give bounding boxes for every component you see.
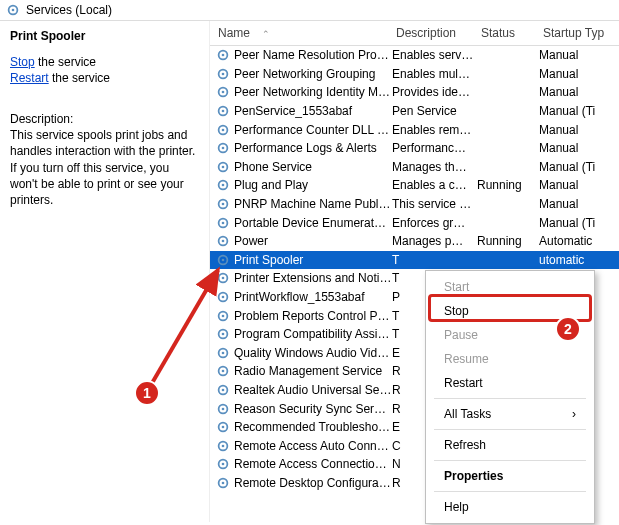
service-icon [216, 402, 230, 416]
cell-name: Remote Access Connection… [234, 457, 392, 471]
cell-startup: Manual [539, 85, 619, 99]
service-row[interactable]: Print SpoolerTutomatic [210, 251, 619, 270]
svg-point-31 [222, 314, 225, 317]
service-row[interactable]: Performance Logs & AlertsPerformanc…Manu… [210, 139, 619, 158]
description-text: This service spools print jobs and handl… [10, 127, 199, 208]
cell-startup: Manual [539, 123, 619, 137]
svg-point-47 [222, 463, 225, 466]
svg-point-5 [222, 73, 225, 76]
service-icon [216, 290, 230, 304]
cell-startup: Manual [539, 48, 619, 62]
cell-description: Enforces gr… [392, 216, 477, 230]
svg-point-39 [222, 389, 225, 392]
column-headers: Name⌃ Description Status Startup Typ [210, 21, 619, 46]
service-icon [216, 476, 230, 490]
svg-point-45 [222, 444, 225, 447]
svg-point-27 [222, 277, 225, 280]
cell-name: Program Compatibility Assi… [234, 327, 392, 341]
cell-name: Peer Networking Identity M… [234, 85, 392, 99]
service-icon [216, 457, 230, 471]
cell-name: Printer Extensions and Notif… [234, 271, 392, 285]
service-icon [216, 67, 230, 81]
service-row[interactable]: PowerManages p…RunningAutomatic [210, 232, 619, 251]
cell-description: Enables a c… [392, 178, 477, 192]
cell-name: Realtek Audio Universal Se… [234, 383, 392, 397]
col-startup[interactable]: Startup Typ [535, 21, 619, 45]
action-link[interactable]: Restart [10, 71, 49, 85]
header: Services (Local) [0, 0, 619, 21]
svg-point-19 [222, 203, 225, 206]
col-status[interactable]: Status [473, 21, 535, 45]
cell-name: Print Spooler [234, 253, 392, 267]
svg-point-3 [222, 54, 225, 57]
menu-help[interactable]: Help [428, 495, 592, 519]
action-link[interactable]: Stop [10, 55, 35, 69]
cell-name: Remote Access Auto Conne… [234, 439, 392, 453]
detail-panel: Print Spooler Stop the serviceRestart th… [0, 21, 210, 522]
svg-point-9 [222, 110, 225, 113]
svg-point-15 [222, 166, 225, 169]
cell-startup: Automatic [539, 234, 619, 248]
svg-point-21 [222, 221, 225, 224]
service-row[interactable]: Peer Networking Identity M…Provides ide…… [210, 83, 619, 102]
col-name[interactable]: Name⌃ [210, 21, 388, 45]
panel-action: Stop the service [10, 55, 199, 69]
cell-name: Plug and Play [234, 178, 392, 192]
service-icon [216, 48, 230, 62]
svg-point-33 [222, 333, 225, 336]
panel-action: Restart the service [10, 71, 199, 85]
cell-description: Enables rem… [392, 123, 477, 137]
cell-description: Enables serv… [392, 48, 477, 62]
cell-name: Radio Management Service [234, 364, 392, 378]
service-icon [216, 327, 230, 341]
cell-startup: Manual [539, 197, 619, 211]
cell-name: PNRP Machine Name Publi… [234, 197, 392, 211]
service-row[interactable]: Peer Name Resolution Prot…Enables serv…M… [210, 46, 619, 65]
service-row[interactable]: Phone ServiceManages th…Manual (Ti [210, 158, 619, 177]
svg-point-23 [222, 240, 225, 243]
menu-all-tasks[interactable]: All Tasks› [428, 402, 592, 426]
cell-description: Provides ide… [392, 85, 477, 99]
service-icon [216, 253, 230, 267]
cell-startup: utomatic [539, 253, 619, 267]
svg-point-37 [222, 370, 225, 373]
cell-name: Peer Networking Grouping [234, 67, 392, 81]
service-icon [216, 141, 230, 155]
svg-point-29 [222, 296, 225, 299]
menu-stop[interactable]: Stop [428, 299, 592, 323]
header-title: Services (Local) [26, 3, 112, 17]
menu-pause: Pause [428, 323, 592, 347]
cell-name: Reason Security Sync Servi… [234, 402, 392, 416]
menu-refresh[interactable]: Refresh [428, 433, 592, 457]
service-title: Print Spooler [10, 29, 199, 43]
service-icon [216, 420, 230, 434]
sort-indicator-icon: ⌃ [262, 29, 270, 39]
col-description[interactable]: Description [388, 21, 473, 45]
cell-name: Performance Counter DLL … [234, 123, 392, 137]
svg-point-25 [222, 259, 225, 262]
service-icon [216, 364, 230, 378]
service-row[interactable]: Peer Networking GroupingEnables mul…Manu… [210, 65, 619, 84]
service-row[interactable]: Plug and PlayEnables a c…RunningManual [210, 176, 619, 195]
cell-description: T [392, 253, 477, 267]
service-row[interactable]: Performance Counter DLL …Enables rem…Man… [210, 120, 619, 139]
cell-name: PenService_1553abaf [234, 104, 392, 118]
cell-name: Remote Desktop Configurat… [234, 476, 392, 490]
description-label: Description: [10, 111, 199, 127]
service-icon [216, 346, 230, 360]
cell-startup: Manual [539, 178, 619, 192]
cell-name: Problem Reports Control Pa… [234, 309, 392, 323]
menu-resume: Resume [428, 347, 592, 371]
service-icon [216, 439, 230, 453]
menu-restart[interactable]: Restart [428, 371, 592, 395]
service-row[interactable]: PenService_1553abafPen ServiceManual (Ti [210, 102, 619, 121]
service-row[interactable]: Portable Device Enumerator…Enforces gr…M… [210, 213, 619, 232]
svg-point-11 [222, 128, 225, 131]
cell-name: Power [234, 234, 392, 248]
cell-name: Phone Service [234, 160, 392, 174]
menu-properties[interactable]: Properties [428, 464, 592, 488]
service-row[interactable]: PNRP Machine Name Publi…This service …Ma… [210, 195, 619, 214]
cell-description: Enables mul… [392, 67, 477, 81]
service-icon [216, 178, 230, 192]
service-icon [216, 383, 230, 397]
